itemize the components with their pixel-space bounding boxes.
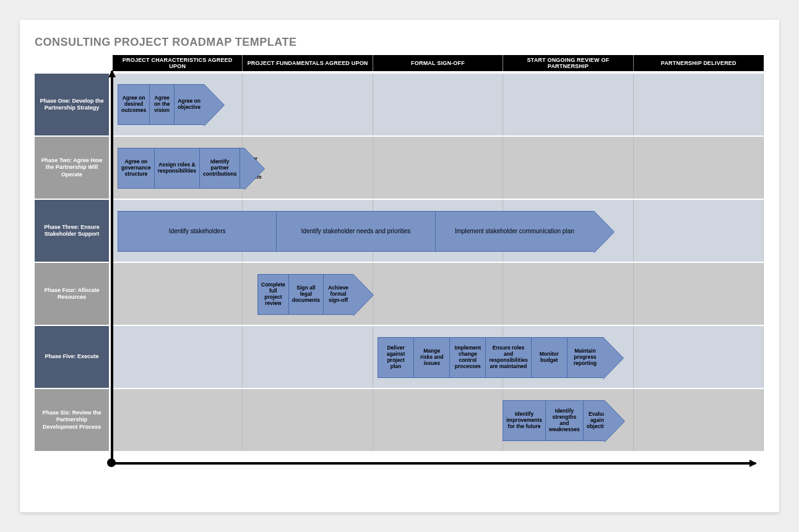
p4-step-1: Complete full project review xyxy=(258,275,289,314)
p2-step-4: Dev perf mgmt system xyxy=(240,148,264,188)
p4-step-2: Sign all legal documents xyxy=(289,275,324,314)
col-start-ongoing-review: START ONGOING REVIEW OF PARTNERSHIP xyxy=(503,55,633,71)
p1-step-1: Agree on desired outcomes xyxy=(118,85,150,124)
phases-axis-label: PHASES xyxy=(35,55,109,71)
phase-cell-3: Phase Three: Ensure Stakeholder Support xyxy=(35,200,109,262)
p6-step-1: Identify improvements for the future xyxy=(503,401,546,440)
p5-step-1: Deliver against project plan xyxy=(378,338,414,377)
phase-cell-1: Phase One: Develop the Partnership Strat… xyxy=(35,74,109,135)
p5-step-5: Monitor budget xyxy=(532,338,568,377)
col-project-fundamentals: PROJECT FUNDAMENTALS AGREED UPON xyxy=(243,55,373,71)
arrow-phase-4: Complete full project review Sign all le… xyxy=(257,274,353,315)
arrow-phase-5: Deliver against project plan Mange risks… xyxy=(378,337,603,378)
p1-step-2: Agree on the vision xyxy=(150,85,175,124)
col-formal-sign-off: FORMAL SIGN-OFF xyxy=(373,55,503,71)
p6-step-2: Identify strengths and weaknesses xyxy=(546,401,584,440)
p2-step-1: Agree on governance structure xyxy=(118,148,155,188)
roadmap-diagram: PHASES PROJECT CHARACTERISTICS AGREED UP… xyxy=(35,55,764,494)
axis-origin-dot xyxy=(107,458,116,467)
p5-step-3: Implement change control processes xyxy=(450,338,486,377)
row-6 xyxy=(113,389,764,451)
p5-step-4: Ensure roles and responsibilities are ma… xyxy=(486,338,531,377)
phase-cell-5: Phase Five: Execute xyxy=(35,326,109,388)
time-axis-label: TIME xyxy=(727,468,767,483)
phase-cell-4: Phase Four: Allocate Resources xyxy=(35,263,109,325)
y-axis xyxy=(111,71,113,465)
col-project-characteristics: PROJECT CHARACTERISTICS AGREED UPON xyxy=(113,55,243,71)
document-sheet: CONSULTING PROJECT ROADMAP TEMPLATE PHAS… xyxy=(20,20,779,512)
arrow-phase-2: Agree on governance structure Assign rol… xyxy=(118,148,244,189)
p2-step-3: Identify partner contributions xyxy=(200,148,240,188)
arrow-phase-3: Identify stakeholders Identify stakehold… xyxy=(118,211,594,252)
p1-step-3: Agree on objective xyxy=(175,85,204,124)
x-axis xyxy=(111,462,756,465)
phase-cell-6: Phase Six: Review the Partnership Develo… xyxy=(35,389,109,451)
column-header-bar: PROJECT CHARACTERISTICS AGREED UPON PROJ… xyxy=(113,55,764,71)
row-4 xyxy=(113,263,764,325)
p5-step-2: Mange risks and issues xyxy=(414,338,450,377)
col-partnership-delivered: PARTNERSHIP DELIVERED xyxy=(634,55,764,71)
page-title: CONSULTING PROJECT ROADMAP TEMPLATE xyxy=(35,36,767,49)
p5-step-6: Maintain progress reporting xyxy=(568,338,603,377)
p3-step-3: Implement stakeholder communication plan xyxy=(436,212,594,251)
p2-step-2: Assign roles & responsibilities xyxy=(155,148,200,188)
arrow-phase-1: Agree on desired outcomes Agree on the v… xyxy=(118,84,204,125)
phase-cell-2: Phase Two: Agree How the Partnership Wil… xyxy=(35,137,109,199)
arrow-phase-6: Identify improvements for the future Ide… xyxy=(503,400,605,441)
p3-step-1: Identify stakeholders xyxy=(118,212,277,251)
p3-step-2: Identify stakeholder needs and prioritie… xyxy=(277,212,435,251)
p6-step-3: Evaluate against objectives xyxy=(584,401,616,440)
p4-step-3: Achieve formal sign-off xyxy=(324,275,353,314)
